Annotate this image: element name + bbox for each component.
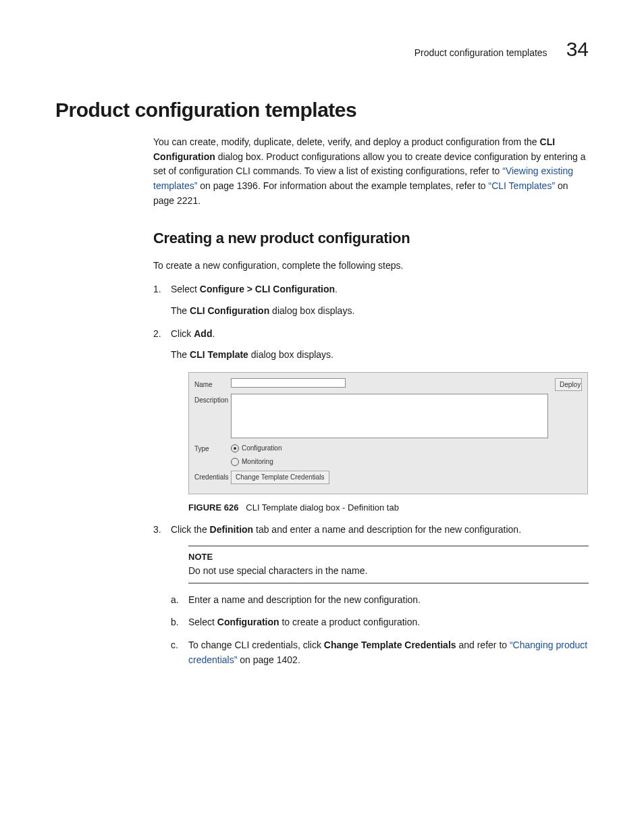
- dialog-form: Name Description Type: [194, 378, 549, 488]
- row-credentials: Credentials Change Template Credentials: [194, 471, 549, 484]
- section-title: Product configuration templates: [55, 99, 589, 122]
- page: Product configuration templates 34 Produ…: [0, 0, 644, 834]
- figure-caption-text: CLI Template dialog box - Definition tab: [246, 502, 399, 513]
- text: on page 1402.: [237, 654, 300, 665]
- radio-label: Monitoring: [242, 457, 273, 467]
- label-name: Name: [194, 378, 225, 390]
- name-input[interactable]: [231, 378, 346, 388]
- note-box: NOTE Do not use special characters in th…: [188, 546, 589, 583]
- text: The: [171, 305, 190, 316]
- term: CLI Configuration: [190, 305, 269, 316]
- text: Click the: [171, 524, 210, 535]
- text: You can create, modify, duplicate, delet…: [153, 136, 540, 147]
- step-1: Select Configure > CLI Configuration. Th…: [153, 282, 589, 318]
- note-label: NOTE: [188, 550, 589, 564]
- radio-dot-icon: [231, 444, 239, 452]
- cli-template-dialog: Name Description Type: [188, 372, 588, 494]
- term: Change Template Credentials: [324, 640, 456, 650]
- radio-configuration[interactable]: Configuration: [231, 443, 281, 454]
- type-radiogroup: Configuration Monitoring: [231, 442, 281, 467]
- figure-label: FIGURE 626: [188, 502, 238, 513]
- row-description: Description: [194, 394, 549, 438]
- text: on page 1396. For information about the …: [197, 180, 488, 191]
- row-name: Name: [194, 378, 549, 390]
- step-2: Click Add. The CLI Template dialog box d…: [153, 327, 589, 515]
- steps-list: Select Configure > CLI Configuration. Th…: [153, 282, 589, 667]
- term: Configuration: [217, 617, 279, 627]
- step-result: The CLI Template dialog box displays.: [171, 348, 589, 363]
- running-header: Product configuration templates 34: [55, 38, 589, 61]
- figure-626: Name Description Type: [188, 372, 589, 515]
- substep-c: To change CLI credentials, click Change …: [171, 638, 589, 667]
- figure-caption: FIGURE 626 CLI Template dialog box - Def…: [188, 501, 589, 515]
- text: To change CLI credentials, click: [188, 640, 324, 650]
- text: Select: [171, 284, 200, 294]
- note-text: Do not use special characters in the nam…: [188, 564, 589, 579]
- text: .: [335, 284, 338, 294]
- text: and refer to: [456, 640, 510, 650]
- text: Click: [171, 328, 194, 339]
- step-3: Click the Definition tab and enter a nam…: [153, 523, 589, 667]
- deploy-button[interactable]: Deploy: [555, 378, 582, 392]
- step-result: The CLI Configuration dialog box display…: [171, 304, 589, 319]
- text: The: [171, 349, 190, 360]
- label-type: Type: [194, 442, 225, 454]
- radio-monitoring[interactable]: Monitoring: [231, 457, 281, 467]
- substep-b: Select Configuration to create a product…: [171, 615, 589, 630]
- lead-text: To create a new configuration, complete …: [153, 259, 589, 273]
- chapter-number: 34: [566, 38, 589, 61]
- menu-path: Configure > CLI Configuration: [200, 284, 335, 294]
- row-type: Type Configuration Monitoring: [194, 442, 549, 467]
- radio-dot-icon: [231, 458, 239, 466]
- substeps-list: Enter a name and description for the new…: [171, 593, 589, 668]
- term: Add: [194, 328, 212, 339]
- text: tab and enter a name and description for…: [253, 524, 521, 535]
- label-description: Description: [194, 394, 225, 406]
- text: Enter a name and description for the new…: [188, 594, 421, 605]
- intro-paragraph: You can create, modify, duplicate, delet…: [153, 135, 589, 208]
- description-textarea[interactable]: [231, 394, 548, 438]
- text: dialog box displays.: [248, 349, 333, 360]
- body: You can create, modify, duplicate, delet…: [153, 135, 589, 667]
- term: CLI Template: [190, 349, 248, 360]
- radio-label: Configuration: [242, 443, 281, 454]
- term: Definition: [210, 524, 254, 535]
- label-credentials: Credentials: [194, 471, 225, 483]
- dialog-sidebar: Deploy: [555, 378, 582, 488]
- text: Select: [188, 617, 217, 627]
- text: .: [212, 328, 215, 339]
- text: dialog box displays.: [269, 305, 354, 316]
- subsection-title: Creating a new product configuration: [153, 227, 589, 250]
- running-title: Product configuration templates: [414, 47, 547, 58]
- change-template-credentials-button[interactable]: Change Template Credentials: [231, 471, 329, 484]
- substep-a: Enter a name and description for the new…: [171, 593, 589, 608]
- text: to create a product configuration.: [279, 617, 421, 627]
- link-cli-templates[interactable]: “CLI Templates”: [489, 180, 556, 191]
